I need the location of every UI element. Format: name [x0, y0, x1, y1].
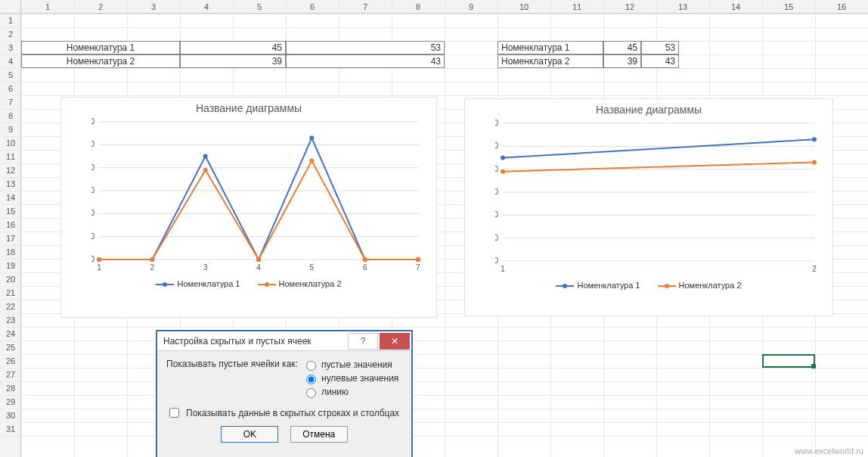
- svg-text:3: 3: [203, 263, 208, 272]
- col-header-11[interactable]: 11: [550, 0, 603, 14]
- table1-r1-v2[interactable]: 43: [286, 54, 445, 68]
- table2-r1-v2[interactable]: 43: [641, 54, 679, 68]
- row-header-27[interactable]: 27: [0, 368, 21, 381]
- col-header-4[interactable]: 4: [180, 0, 233, 14]
- table2-r1-v1[interactable]: 39: [603, 54, 641, 68]
- col-header-12[interactable]: 12: [603, 0, 656, 14]
- hidden-empty-cells-dialog[interactable]: Настройка скрытых и пустых ячеек ? ✕ Пок…: [156, 330, 413, 457]
- svg-point-25: [309, 135, 314, 140]
- ok-button[interactable]: OK: [221, 426, 278, 443]
- dialog-body: Показывать пустые ячейки как: пустые зна…: [157, 351, 411, 457]
- radio-line[interactable]: линию: [302, 386, 402, 398]
- row-header-2[interactable]: 2: [0, 27, 21, 41]
- radio-zero-values[interactable]: нулевые значения: [302, 372, 402, 384]
- table1-r0-v1[interactable]: 45: [180, 41, 286, 54]
- svg-point-28: [97, 257, 101, 262]
- row-header-20[interactable]: 20: [0, 272, 21, 286]
- row-header-5[interactable]: 5: [0, 68, 21, 82]
- col-header-14[interactable]: 14: [709, 0, 762, 14]
- row-header-16[interactable]: 16: [0, 218, 21, 232]
- row-header-28[interactable]: 28: [0, 381, 21, 395]
- radio-empty-values-input[interactable]: [306, 361, 316, 371]
- svg-text:10: 10: [495, 234, 498, 242]
- chart-right[interactable]: Название диаграммы 010203040506012 Номен…: [464, 98, 833, 316]
- table2-r0-v1[interactable]: 45: [603, 41, 641, 54]
- table2-r0-label[interactable]: Номенклатура 1: [498, 41, 603, 54]
- svg-text:20: 20: [495, 210, 498, 219]
- dialog-help-button[interactable]: ?: [348, 333, 378, 350]
- table1-r1-label[interactable]: Номенклатура 2: [21, 54, 180, 68]
- svg-point-51: [501, 156, 505, 160]
- row-header-14[interactable]: 14: [0, 191, 21, 204]
- svg-point-54: [812, 160, 817, 165]
- dialog-close-button[interactable]: ✕: [380, 333, 410, 350]
- col-header-16[interactable]: 16: [815, 0, 868, 14]
- col-header-9[interactable]: 9: [445, 0, 498, 14]
- row-header-9[interactable]: 9: [0, 123, 21, 136]
- col-header-1[interactable]: 1: [21, 0, 74, 14]
- row-header-11[interactable]: 11: [0, 150, 21, 163]
- row-header-21[interactable]: 21: [0, 286, 21, 300]
- row-header-24[interactable]: 24: [0, 327, 21, 340]
- legend-label-s2-r: Номенклатура 2: [679, 281, 742, 290]
- show-empty-label: Показывать пустые ячейки как:: [166, 359, 302, 369]
- col-header-6[interactable]: 6: [286, 0, 339, 14]
- col-header-2[interactable]: 2: [74, 0, 127, 14]
- svg-text:40: 40: [495, 165, 498, 173]
- table1-r0-v2[interactable]: 53: [286, 41, 445, 54]
- col-header-8[interactable]: 8: [392, 0, 445, 14]
- row-header-12[interactable]: 12: [0, 163, 21, 177]
- row-header-7[interactable]: 7: [0, 95, 21, 109]
- radio-empty-values[interactable]: пустые значения: [302, 359, 402, 371]
- row-header-18[interactable]: 18: [0, 245, 21, 259]
- row-header-4[interactable]: 4: [0, 54, 21, 68]
- svg-point-34: [416, 257, 420, 262]
- col-header-13[interactable]: 13: [656, 0, 709, 14]
- chart-right-plot: 010203040506012: [495, 119, 825, 278]
- col-header-7[interactable]: 7: [339, 0, 392, 14]
- dialog-titlebar[interactable]: Настройка скрытых и пустых ячеек ? ✕: [157, 331, 411, 351]
- row-header-8[interactable]: 8: [0, 109, 21, 123]
- svg-text:0: 0: [495, 256, 498, 265]
- col-header-10[interactable]: 10: [498, 0, 550, 14]
- col-header-5[interactable]: 5: [233, 0, 286, 14]
- table2-r0-v2[interactable]: 53: [641, 41, 679, 54]
- legend-swatch-s2-r: [658, 285, 676, 287]
- row-header-23[interactable]: 23: [0, 313, 21, 327]
- legend-label-s1-r: Номенклатура 1: [577, 281, 640, 290]
- svg-point-53: [501, 169, 505, 174]
- table1-r0-label[interactable]: Номенклатура 1: [21, 41, 180, 54]
- row-header-30[interactable]: 30: [0, 409, 21, 422]
- fill-handle[interactable]: [811, 364, 816, 368]
- row-header-25[interactable]: 25: [0, 340, 21, 354]
- svg-point-23: [203, 154, 208, 159]
- row-header-22[interactable]: 22: [0, 300, 21, 313]
- row-header-3[interactable]: 3: [0, 41, 21, 54]
- cancel-button[interactable]: Отмена: [290, 426, 348, 443]
- row-header-15[interactable]: 15: [0, 204, 21, 218]
- row-header-26[interactable]: 26: [0, 354, 21, 368]
- table2-r1-label[interactable]: Номенклатура 2: [498, 54, 603, 68]
- radio-zero-values-input[interactable]: [306, 375, 316, 384]
- row-header-13[interactable]: 13: [0, 177, 21, 191]
- checkbox-show-hidden[interactable]: Показывать данные в скрытых строках и ст…: [166, 406, 402, 420]
- row-header-19[interactable]: 19: [0, 259, 21, 272]
- svg-text:2: 2: [150, 263, 155, 272]
- svg-text:30: 30: [91, 186, 95, 194]
- row-header-31[interactable]: 31: [0, 422, 21, 436]
- svg-text:40: 40: [91, 163, 95, 172]
- row-header-29[interactable]: 29: [0, 395, 21, 409]
- col-header-3[interactable]: 3: [127, 0, 180, 14]
- row-header-17[interactable]: 17: [0, 232, 21, 245]
- row-header-10[interactable]: 10: [0, 136, 21, 150]
- legend-item-s1-r: Номенклатура 1: [556, 281, 640, 290]
- col-header-15[interactable]: 15: [762, 0, 815, 14]
- row-header-1[interactable]: 1: [0, 14, 21, 27]
- active-cell[interactable]: [762, 354, 815, 368]
- radio-line-input[interactable]: [306, 388, 316, 398]
- row-header-6[interactable]: 6: [0, 82, 21, 95]
- select-all-corner[interactable]: [0, 0, 21, 14]
- chart-left[interactable]: Название диаграммы 01020304050601234567 …: [60, 97, 437, 318]
- checkbox-show-hidden-input[interactable]: [169, 408, 179, 418]
- table1-r1-v1[interactable]: 39: [180, 54, 286, 68]
